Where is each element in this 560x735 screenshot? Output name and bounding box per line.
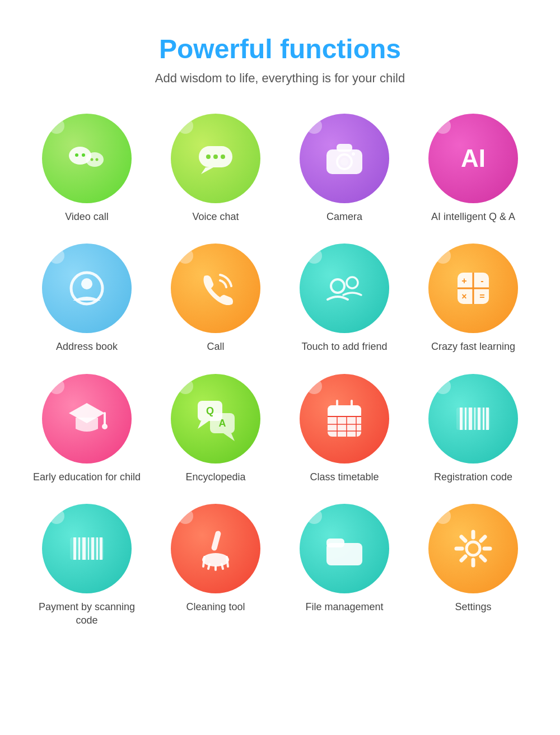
svg-line-79 (481, 537, 485, 541)
svg-marker-7 (201, 167, 213, 174)
early-education-icon (64, 396, 109, 441)
feature-label-call: Call (207, 340, 224, 353)
svg-rect-61 (96, 537, 98, 560)
svg-marker-32 (198, 421, 209, 429)
feature-label-file-management: File management (305, 600, 383, 614)
feature-label-crazy-learning: Crazy fast learning (431, 340, 515, 353)
feature-icon-address-book (42, 244, 132, 333)
svg-rect-54 (486, 408, 489, 430)
feature-cell-video-call[interactable]: Video call (28, 114, 146, 223)
features-grid: Video call Voice chat Camera AI AI intel… (28, 114, 532, 627)
svg-point-4 (91, 158, 94, 161)
svg-text:=: = (479, 292, 484, 301)
svg-point-10 (221, 155, 225, 159)
page-title: Powerful functions (159, 34, 401, 64)
registration-code-icon (451, 396, 496, 441)
feature-label-touch-friend: Touch to add friend (301, 340, 387, 353)
feature-cell-payment-scan[interactable]: Payment by scanning code (28, 504, 146, 628)
feature-cell-touch-friend[interactable]: Touch to add friend (286, 244, 403, 353)
svg-line-65 (203, 557, 204, 567)
feature-cell-crazy-learning[interactable]: + - × = Crazy fast learning (414, 244, 532, 353)
svg-line-78 (481, 556, 485, 560)
feature-cell-early-education[interactable]: Early education for child (28, 374, 146, 484)
address-book-icon (64, 266, 109, 311)
page-subtitle: Add wisdom to life, everything is for yo… (155, 71, 405, 86)
svg-rect-57 (78, 537, 80, 560)
feature-icon-cleaning-tool (171, 504, 260, 593)
crazy-learning-icon: + - × = (451, 266, 496, 311)
feature-cell-settings[interactable]: Settings (414, 504, 532, 628)
feature-cell-voice-chat[interactable]: Voice chat (157, 114, 274, 223)
feature-icon-file-management (300, 504, 389, 593)
feature-icon-ai: AI (428, 114, 518, 203)
svg-rect-62 (100, 537, 102, 560)
file-management-icon (322, 526, 367, 571)
svg-rect-63 (211, 530, 222, 551)
svg-text:AI: AI (461, 144, 486, 172)
svg-point-2 (75, 153, 78, 157)
feature-cell-call[interactable]: Call (157, 244, 274, 353)
feature-label-class-timetable: Class timetable (310, 470, 379, 484)
class-timetable-icon (322, 396, 367, 441)
feature-cell-address-book[interactable]: Address book (28, 244, 146, 353)
svg-point-8 (206, 155, 211, 159)
feature-label-voice-chat: Voice chat (192, 210, 239, 223)
feature-cell-encyclopedia[interactable]: Q A Encyclopedia (157, 374, 274, 484)
svg-point-14 (340, 158, 348, 166)
svg-line-77 (461, 537, 465, 541)
svg-marker-34 (223, 433, 235, 441)
svg-rect-60 (91, 537, 94, 560)
svg-rect-52 (478, 408, 480, 430)
feature-label-registration-code: Registration code (434, 470, 512, 484)
svg-point-9 (213, 155, 218, 159)
feature-label-early-education: Early education for child (33, 470, 141, 484)
feature-cell-ai[interactable]: AI AI intelligent Q & A (414, 114, 532, 223)
feature-cell-cleaning-tool[interactable]: Cleaning tool (157, 504, 274, 628)
feature-label-camera: Camera (326, 210, 362, 223)
feature-icon-touch-friend (300, 244, 389, 333)
feature-icon-voice-chat (171, 114, 260, 203)
svg-point-5 (96, 158, 99, 161)
payment-scan-icon (64, 526, 109, 571)
feature-label-address-book: Address book (56, 340, 118, 353)
ai-icon: AI (451, 136, 496, 181)
svg-point-3 (82, 153, 85, 157)
feature-icon-video-call (42, 114, 132, 203)
svg-line-80 (461, 556, 465, 560)
svg-rect-53 (483, 408, 484, 430)
feature-label-encyclopedia: Encyclopedia (185, 470, 245, 484)
feature-cell-class-timetable[interactable]: Class timetable (286, 374, 403, 484)
feature-label-video-call: Video call (65, 210, 109, 223)
svg-rect-12 (337, 144, 352, 152)
video-call-icon (64, 136, 109, 181)
svg-rect-58 (82, 537, 86, 560)
voice-chat-icon (193, 136, 238, 181)
svg-line-69 (227, 557, 228, 567)
svg-rect-56 (73, 537, 76, 560)
feature-cell-registration-code[interactable]: Registration code (414, 374, 532, 484)
svg-point-64 (202, 553, 229, 567)
svg-rect-49 (465, 408, 466, 430)
svg-text:+: + (461, 276, 466, 285)
call-icon (193, 266, 238, 311)
camera-icon (322, 136, 367, 181)
feature-icon-encyclopedia: Q A (171, 374, 260, 464)
feature-label-cleaning-tool: Cleaning tool (186, 600, 245, 614)
svg-point-15 (352, 152, 355, 156)
feature-cell-file-management[interactable]: File management (286, 504, 403, 628)
feature-cell-camera[interactable]: Camera (286, 114, 403, 223)
svg-point-20 (347, 277, 358, 288)
cleaning-tool-icon (193, 526, 238, 571)
svg-text:×: × (461, 292, 466, 301)
svg-text:Q: Q (206, 405, 214, 416)
feature-label-settings: Settings (455, 600, 491, 614)
svg-point-1 (86, 152, 104, 167)
feature-label-ai: AI intelligent Q & A (431, 210, 515, 223)
touch-friend-icon (322, 266, 367, 311)
feature-icon-payment-scan (42, 504, 132, 593)
svg-point-18 (81, 278, 92, 289)
svg-rect-48 (460, 408, 463, 430)
svg-line-68 (222, 564, 223, 569)
feature-icon-call (171, 244, 260, 333)
svg-rect-51 (474, 408, 475, 430)
